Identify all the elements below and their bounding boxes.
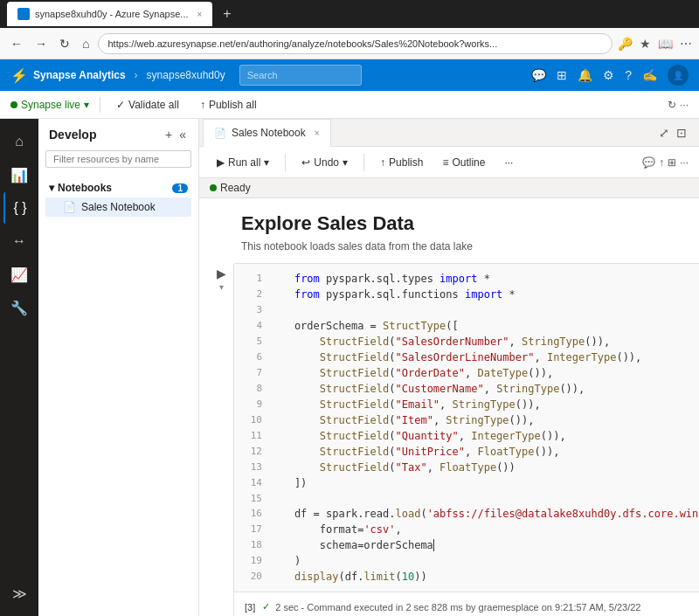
chat-icon[interactable]: 💬: [531, 68, 546, 82]
avatar[interactable]: 👤: [668, 65, 689, 86]
settings-icon[interactable]: ⚙: [603, 68, 614, 82]
bell-icon[interactable]: 🔔: [578, 68, 592, 82]
browser-tab-close[interactable]: ×: [197, 10, 203, 19]
sidebar-develop-icon[interactable]: { }: [3, 192, 35, 224]
sidebar-notebooks-section: ▾ Notebooks 1 📄 Sales Notebook: [38, 175, 198, 220]
outline-button[interactable]: ≡ Outline: [435, 153, 492, 172]
add-resource-button[interactable]: +: [163, 126, 174, 143]
grid-nb-icon[interactable]: ⊞: [668, 156, 676, 169]
more-options-button[interactable]: ···: [497, 153, 520, 172]
header-search-input[interactable]: [239, 65, 362, 86]
code-line-1: 1 from pyspark.sql.types import *: [245, 271, 699, 287]
notebook-icon: 📄: [63, 201, 76, 213]
browser-settings-icon[interactable]: ⋯: [680, 37, 692, 51]
sidebar-title: Develop: [49, 128, 96, 142]
synapse-live-chevron[interactable]: ▾: [84, 99, 89, 111]
split-tab-icon[interactable]: ⊡: [675, 124, 689, 142]
code-line-6: 6 StructField("SalesOrderLineNumber", In…: [245, 350, 699, 365]
cell-run-button[interactable]: ▶: [217, 266, 226, 280]
synapse-live-indicator[interactable]: Synapse live ▾: [10, 99, 89, 111]
code-line-10: 10 StructField("Item", StringType()),: [245, 412, 699, 428]
ready-dot-icon: [210, 184, 217, 191]
feedback-icon[interactable]: ✍: [642, 68, 657, 82]
status-check-icon: ✓: [262, 601, 270, 613]
tab-sales-notebook[interactable]: 📄 Sales Notebook ×: [203, 119, 331, 147]
tab-favicon: [17, 8, 30, 20]
outline-icon: ≡: [442, 156, 448, 169]
maximize-tab-icon[interactable]: ⤢: [657, 124, 671, 142]
code-line-9: 9 StructField("Email", StringType()),: [245, 397, 699, 412]
run-icon: ▶: [217, 156, 225, 169]
code-line-7: 7 StructField("OrderDate", DateType()),: [245, 365, 699, 381]
sidebar-item-sales-notebook[interactable]: 📄 Sales Notebook: [45, 197, 191, 217]
code-line-4: 4 orderSchema = StructType([: [245, 318, 699, 334]
cell-gutter: ▶ ▾: [217, 263, 226, 616]
new-tab-button[interactable]: +: [223, 6, 231, 22]
address-bar[interactable]: [98, 33, 612, 54]
browser-tab-active[interactable]: synapse8xuhd0y - Azure Synapse... ×: [7, 2, 212, 26]
code-editor[interactable]: 1 from pyspark.sql.types import * 2 from…: [234, 264, 699, 592]
favorites-icon[interactable]: ★: [640, 37, 651, 51]
extensions-icon[interactable]: 🔑: [618, 37, 633, 51]
run-all-label: Run all: [228, 156, 260, 169]
notebook-item-label: Sales Notebook: [81, 201, 156, 213]
undo-chevron[interactable]: ▾: [343, 156, 348, 169]
sidebar-filter: [45, 150, 191, 168]
cell-body: ▶ ▾ 1 from pyspark.sql.types import * 2: [217, 263, 682, 616]
live-dot: [10, 101, 17, 108]
sidebar-header: Develop + «: [38, 119, 198, 150]
refresh-button[interactable]: ↻: [56, 33, 73, 54]
notebooks-section-header[interactable]: ▾ Notebooks 1: [45, 178, 191, 197]
code-line-5: 5 StructField("SalesOrderNumber", String…: [245, 334, 699, 350]
reading-icon[interactable]: 📖: [658, 37, 673, 51]
sidebar-home-icon[interactable]: ⌂: [3, 126, 35, 157]
back-button[interactable]: ←: [7, 33, 26, 54]
sidebar-integrate-icon[interactable]: ↔: [3, 225, 35, 257]
synapse-live-label: Synapse live: [21, 99, 80, 111]
code-line-2: 2 from pyspark.sql.functions import *: [245, 287, 699, 302]
outline-label: Outline: [452, 156, 485, 169]
tab-close-button[interactable]: ×: [315, 128, 320, 138]
home-button[interactable]: ⌂: [79, 33, 93, 54]
sidebar-panel: Develop + « ▾ Notebooks 1 📄 Sales Notebo…: [38, 119, 199, 616]
validate-all-button[interactable]: ✓ Validate all: [111, 97, 184, 113]
publish-all-button[interactable]: ↑ Publish all: [195, 97, 262, 113]
notebook-toolbar: ▶ Run all ▾ ↩ Undo ▾ ↑ Publish ≡ Outline…: [199, 147, 699, 178]
cell-collapse-button[interactable]: ▾: [219, 282, 224, 292]
app-title: Synapse Analytics: [33, 69, 126, 81]
more-toolbar-icon[interactable]: ···: [680, 99, 689, 111]
sidebar-manage-icon[interactable]: 🔧: [3, 292, 35, 323]
code-line-11: 11 StructField("Quantity", IntegerType()…: [245, 428, 699, 444]
help-icon[interactable]: ?: [625, 68, 632, 82]
collapse-sidebar-button[interactable]: «: [177, 126, 188, 143]
grid-icon[interactable]: ⊞: [557, 68, 567, 82]
code-line-15: 15: [245, 491, 699, 507]
toolbar-separator: [100, 97, 100, 113]
code-cell: ▶ ▾ 1 from pyspark.sql.types import * 2: [199, 260, 699, 616]
cell-status: ✓ 2 sec - Command executed in 2 sec 828 …: [262, 601, 640, 613]
tab-bar: 📄 Sales Notebook × ⤢ ⊡: [199, 119, 699, 147]
publish-button[interactable]: ↑ Publish: [373, 153, 430, 172]
sidebar-data-icon[interactable]: 📊: [3, 159, 35, 190]
comment-nb-icon[interactable]: 💬: [642, 156, 655, 169]
run-all-chevron[interactable]: ▾: [264, 156, 269, 169]
code-line-19: 19 ): [245, 553, 699, 569]
code-line-13: 13 StructField("Tax", FloatType()): [245, 460, 699, 475]
notebooks-section-label: Notebooks: [58, 182, 112, 194]
share-nb-icon[interactable]: ↑: [659, 156, 664, 169]
forward-button[interactable]: →: [31, 33, 51, 54]
run-all-button[interactable]: ▶ Run all ▾: [210, 153, 276, 172]
notebook-content: Explore Sales Data This notebook loads s…: [199, 198, 699, 616]
undo-icon: ↩: [301, 156, 310, 169]
more-nb-icon[interactable]: ···: [680, 156, 689, 169]
tab-label: Sales Notebook: [232, 127, 306, 139]
filter-input[interactable]: [45, 150, 191, 168]
sidebar-monitor-icon[interactable]: 📈: [3, 259, 35, 290]
chevron-down-icon: ▾: [49, 182, 54, 194]
code-line-17: 17 format='csv',: [245, 522, 699, 537]
status-text: 2 sec - Command executed in 2 sec 828 ms…: [275, 602, 640, 613]
refresh-notebook-icon[interactable]: ↻: [668, 99, 676, 111]
undo-button[interactable]: ↩ Undo ▾: [294, 153, 355, 172]
sidebar-expand-icon[interactable]: ≫: [3, 578, 35, 609]
breadcrumb-workspace[interactable]: synapse8xuhd0y: [147, 69, 225, 81]
